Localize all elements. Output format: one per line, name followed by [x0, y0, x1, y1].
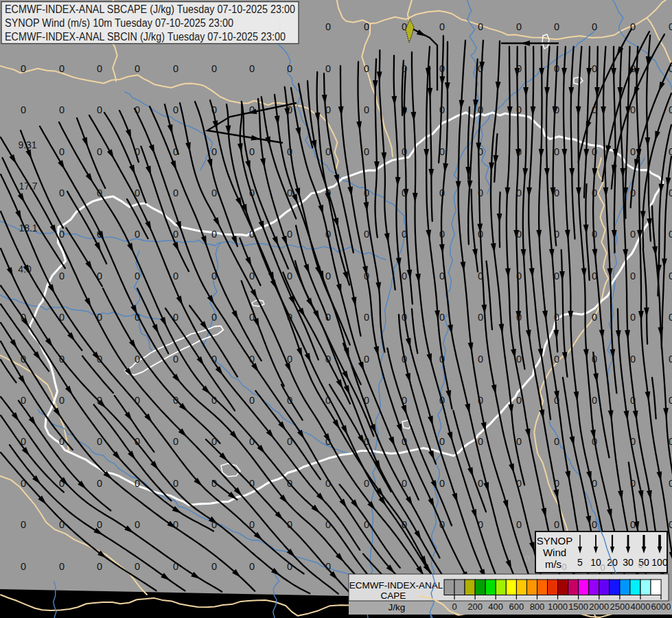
svg-text:0: 0	[669, 312, 672, 323]
svg-text:0: 0	[325, 354, 331, 365]
svg-text:0: 0	[516, 519, 522, 530]
svg-text:0: 0	[554, 478, 559, 489]
svg-text:0: 0	[97, 354, 102, 365]
svg-text:0: 0	[325, 271, 331, 282]
svg-text:0: 0	[669, 104, 672, 115]
svg-text:0: 0	[669, 395, 672, 406]
svg-text:0: 0	[211, 354, 217, 365]
svg-text:0: 0	[516, 312, 522, 323]
svg-text:0: 0	[516, 63, 522, 74]
svg-text:0: 0	[364, 21, 369, 32]
svg-text:0: 0	[478, 395, 483, 406]
svg-text:0: 0	[21, 519, 26, 530]
svg-text:0: 0	[287, 519, 292, 530]
svg-text:0: 0	[135, 146, 140, 157]
svg-text:0: 0	[516, 271, 522, 282]
svg-text:0: 0	[59, 187, 65, 198]
svg-text:0: 0	[325, 519, 331, 530]
svg-text:0: 0	[135, 354, 140, 365]
svg-text:0: 0	[592, 104, 597, 115]
svg-text:0: 0	[554, 229, 559, 240]
svg-text:0: 0	[478, 63, 483, 74]
svg-text:0: 0	[97, 187, 102, 198]
svg-text:0: 0	[211, 436, 217, 447]
svg-text:0: 0	[21, 395, 26, 406]
svg-text:0: 0	[173, 312, 178, 323]
svg-text:0: 0	[173, 271, 178, 282]
svg-text:0: 0	[364, 104, 369, 115]
svg-text:0: 0	[669, 519, 672, 530]
svg-text:0: 0	[554, 63, 559, 74]
svg-text:0: 0	[402, 436, 407, 447]
svg-text:0: 0	[325, 395, 331, 406]
svg-text:0: 0	[287, 395, 292, 406]
svg-text:17.7: 17.7	[19, 181, 37, 192]
svg-text:0: 0	[97, 271, 102, 282]
svg-text:0: 0	[439, 63, 445, 74]
svg-text:0: 0	[249, 187, 255, 198]
svg-text:0: 0	[249, 561, 255, 572]
svg-text:0: 0	[478, 478, 483, 489]
svg-text:0: 0	[325, 436, 331, 447]
svg-text:0: 0	[516, 146, 522, 157]
svg-text:0: 0	[364, 271, 369, 282]
svg-text:800: 800	[530, 602, 545, 612]
svg-text:0: 0	[287, 104, 292, 115]
svg-text:0: 0	[211, 187, 217, 198]
svg-text:0: 0	[669, 436, 672, 447]
svg-text:0: 0	[630, 63, 636, 74]
svg-text:1500: 1500	[568, 602, 588, 612]
svg-text:0: 0	[554, 104, 559, 115]
svg-text:0: 0	[287, 187, 292, 198]
svg-text:0: 0	[135, 104, 140, 115]
svg-text:0: 0	[287, 146, 292, 157]
svg-text:0: 0	[287, 63, 292, 74]
svg-text:0: 0	[249, 63, 255, 74]
svg-text:0: 0	[439, 271, 445, 282]
svg-text:0: 0	[173, 519, 178, 530]
svg-text:0: 0	[21, 312, 26, 323]
svg-text:0: 0	[173, 478, 178, 489]
svg-text:0: 0	[325, 21, 331, 32]
svg-text:0: 0	[135, 312, 140, 323]
svg-text:0: 0	[21, 104, 26, 115]
svg-text:0: 0	[59, 104, 65, 115]
svg-text:0: 0	[478, 519, 483, 530]
svg-text:0: 0	[478, 354, 483, 365]
svg-text:0: 0	[516, 229, 522, 240]
svg-text:0: 0	[211, 519, 217, 530]
svg-text:0: 0	[97, 63, 102, 74]
svg-text:0: 0	[59, 312, 65, 323]
svg-text:0: 0	[97, 104, 102, 115]
svg-text:0: 0	[630, 395, 636, 406]
svg-text:0: 0	[97, 312, 102, 323]
svg-text:0: 0	[135, 63, 140, 74]
svg-text:0: 0	[669, 354, 672, 365]
svg-text:0: 0	[249, 519, 255, 530]
svg-text:0: 0	[21, 561, 26, 572]
svg-text:0: 0	[325, 312, 331, 323]
svg-text:0: 0	[402, 63, 407, 74]
svg-text:0: 0	[287, 478, 292, 489]
svg-text:4000: 4000	[631, 602, 651, 612]
svg-text:0: 0	[516, 478, 522, 489]
svg-text:m/s: m/s	[545, 558, 561, 570]
svg-text:0: 0	[59, 146, 65, 157]
svg-text:0: 0	[59, 395, 65, 406]
svg-text:0: 0	[211, 312, 217, 323]
svg-text:0: 0	[173, 354, 178, 365]
svg-text:0: 0	[554, 21, 559, 32]
svg-text:6000: 6000	[651, 602, 671, 612]
svg-text:0: 0	[325, 229, 331, 240]
svg-text:0: 0	[402, 395, 407, 406]
svg-text:0: 0	[478, 21, 483, 32]
svg-text:0: 0	[211, 104, 217, 115]
svg-text:0: 0	[173, 63, 178, 74]
svg-text:0: 0	[59, 519, 65, 530]
svg-text:0: 0	[59, 63, 65, 74]
svg-text:0: 0	[439, 354, 445, 365]
svg-text:0: 0	[135, 436, 140, 447]
svg-text:0: 0	[439, 312, 445, 323]
svg-text:0: 0	[516, 104, 522, 115]
svg-text:0: 0	[592, 354, 597, 365]
